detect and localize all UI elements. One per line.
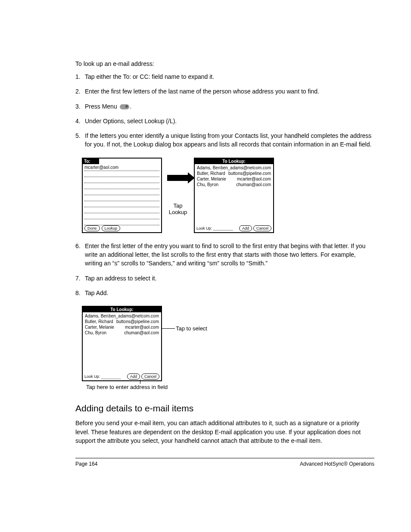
pda-screen-lookup-2: To Lookup: Adams, Benben_adams@netcom.co…	[82, 306, 162, 381]
contact-row: Carter, Melaniemcarter@aol.com	[196, 176, 271, 182]
step-text: Enter the first few letters of the last …	[85, 87, 374, 96]
step-text: Press Menu .	[85, 102, 374, 111]
contact-name: Chu, Byron	[197, 182, 218, 187]
contact-name: Butler, Richard	[85, 319, 113, 324]
arrow-label-2: Lookup	[169, 209, 187, 215]
step-num: 3.	[75, 102, 85, 111]
step-num: 2.	[75, 87, 85, 96]
contact-email: chuman@aol.com	[124, 330, 159, 336]
step-num: 4.	[75, 117, 85, 125]
lookup-button[interactable]: Lookup	[102, 225, 121, 231]
step-text-pre: Press Menu	[85, 103, 119, 110]
step-text: Under Options, select Lookup (/L).	[85, 117, 374, 125]
pda-line	[84, 201, 159, 207]
contact-row: Adams, Benben_adams@netcom.com	[84, 313, 159, 319]
pda-line	[84, 207, 159, 213]
contact-row: Chu, Byronchuman@aol.com	[84, 330, 159, 336]
contact-name: Carter, Melanie	[197, 176, 226, 182]
body-paragraph: Before you send your e-mail item, you ca…	[75, 419, 374, 445]
contact-row: Butler, Richardbuttons@pipeline.com	[84, 319, 159, 324]
contact-email: buttons@pipeline.com	[228, 171, 271, 176]
done-button[interactable]: Done	[84, 225, 100, 231]
step-num: 7.	[75, 274, 85, 283]
step-text: If the letters you enter identify a uniq…	[85, 131, 374, 149]
annotation-select: Tap to select	[176, 325, 207, 332]
section-heading: Adding details to e-mail items	[75, 403, 374, 414]
step-text: Enter the first letter of the entry you …	[85, 242, 374, 268]
contact-row: Butler, Richardbuttons@pipeline.com	[196, 171, 271, 176]
step-text-post: .	[130, 103, 132, 110]
pda-line	[84, 171, 159, 177]
arrow-label-1: Tap	[174, 202, 183, 209]
pda-title: To Lookup:	[83, 307, 161, 312]
pda-line	[84, 189, 159, 195]
step-text: Tap either the To: or CC: field name to …	[85, 72, 374, 81]
contact-row: Adams, Benben_adams@netcom.com	[196, 165, 271, 171]
pda-screen-lookup: To Lookup: Adams, Benben_adams@netcom.co…	[194, 158, 274, 233]
contact-row: Chu, Byronchuman@aol.com	[196, 182, 271, 187]
pda-line	[84, 177, 159, 183]
cancel-button[interactable]: Cancel	[141, 373, 159, 380]
lookup-label: Look Up:	[84, 374, 100, 379]
annotation-line-icon	[162, 328, 175, 329]
pda-title: To:	[83, 159, 99, 164]
step-num: 1.	[75, 72, 85, 81]
contact-name: Carter, Melanie	[85, 324, 114, 330]
add-button[interactable]: Add	[239, 225, 252, 231]
step-num: 6.	[75, 242, 85, 268]
arrow-annotation: Tap Lookup	[167, 175, 189, 216]
steps-list-2: 6.Enter the first letter of the entry yo…	[75, 242, 374, 297]
step-text: Tap an address to select it.	[85, 274, 374, 283]
pda-line	[84, 219, 159, 225]
steps-list-1: 1.Tap either the To: or CC: field name t…	[75, 72, 374, 149]
pda-line	[84, 195, 159, 201]
contact-email: chuman@aol.com	[236, 182, 271, 187]
page-footer: Page 164 Advanced HotSync® Operations	[75, 458, 374, 467]
footer-page: Page 164	[75, 461, 97, 467]
pda-screen-to: To: mcarter@aol.com Done Lookup	[82, 158, 162, 233]
contact-email: mcarter@aol.com	[237, 176, 271, 182]
pda-line	[84, 183, 159, 189]
pda-line: mcarter@aol.com	[84, 165, 159, 171]
contact-email: buttons@pipeline.com	[116, 319, 159, 324]
contact-email: ben_adams@netcom.com	[221, 165, 271, 171]
contact-email: ben_adams@netcom.com	[109, 313, 159, 319]
figure-row-1: To: mcarter@aol.com Done Lookup Ta	[82, 158, 374, 233]
contact-email: mcarter@aol.com	[125, 324, 159, 330]
lookup-label: Look Up:	[196, 226, 212, 230]
caption-below: Tap here to enter address in field	[86, 384, 374, 390]
arrow-icon	[167, 175, 189, 181]
lookup-input[interactable]	[101, 374, 121, 379]
contact-name: Adams, Ben	[85, 313, 108, 319]
figure-row-2: To Lookup: Adams, Benben_adams@netcom.co…	[82, 306, 374, 381]
contact-name: Butler, Richard	[197, 171, 225, 176]
lookup-input[interactable]	[213, 226, 233, 230]
pda-title: To Lookup:	[195, 159, 273, 164]
contact-name: Chu, Byron	[85, 330, 106, 336]
pda-line	[84, 213, 159, 219]
add-button[interactable]: Add	[127, 373, 140, 380]
menu-icon	[120, 104, 129, 109]
step-num: 8.	[75, 289, 85, 297]
step-text: Tap Add.	[85, 289, 374, 297]
step-num: 5.	[75, 131, 85, 149]
procedure-heading: To look up an e-mail address:	[75, 60, 374, 67]
contact-name: Adams, Ben	[197, 165, 220, 171]
cancel-button[interactable]: Cancel	[253, 225, 271, 231]
footer-chapter: Advanced HotSync® Operations	[300, 461, 374, 467]
contact-row: Carter, Melaniemcarter@aol.com	[84, 324, 159, 330]
